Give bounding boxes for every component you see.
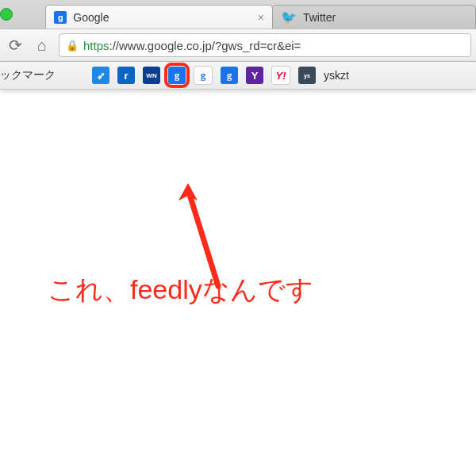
twitter-favicon: 🐦	[281, 10, 297, 25]
tab-strip: g Google × 🐦 Twitter	[0, 0, 476, 29]
tab-twitter[interactable]: 🐦 Twitter	[272, 5, 476, 29]
lock-icon: 🔒	[66, 40, 79, 52]
reload-button[interactable]: ⟳	[5, 35, 25, 55]
address-bar[interactable]: 🔒 https://www.google.co.jp/?gws_rd=cr&ei…	[59, 33, 471, 57]
bookmark-google-2[interactable]: g	[194, 66, 213, 85]
bookmark-text-yskzt[interactable]: yskzt	[324, 69, 349, 82]
bookmark-google-3[interactable]: g	[221, 67, 238, 84]
annotation-text: これ、feedlyなんです	[48, 272, 313, 308]
bookmark-r[interactable]: r	[117, 67, 135, 84]
google-favicon: g	[54, 11, 67, 24]
bookmark-yahoo-jp[interactable]: Y!	[271, 66, 290, 85]
tab-google[interactable]: g Google ×	[45, 5, 273, 29]
toolbar: ⟳ ⌂ 🔒 https://www.google.co.jp/?gws_rd=c…	[0, 29, 476, 62]
page-content: これ、feedlyなんです	[0, 90, 476, 474]
window-controls	[0, 0, 45, 29]
traffic-light-green[interactable]	[0, 8, 13, 21]
bookmarks-bar: ックマーク ➶rWNgggYY!ys yskzt	[0, 62, 476, 90]
close-tab-icon[interactable]: ×	[258, 11, 264, 24]
bookmark-yahoo-purple[interactable]: Y	[246, 67, 263, 84]
tab-title: Twitter	[303, 11, 467, 24]
bookmark-dolphin[interactable]: ➶	[92, 67, 109, 84]
home-button[interactable]: ⌂	[32, 35, 52, 55]
bookmark-wn[interactable]: WN	[143, 67, 160, 84]
bookmark-google-1[interactable]: g	[168, 67, 186, 84]
bookmarks-folder-label[interactable]: ックマーク	[0, 68, 56, 82]
tab-title: Google	[73, 11, 251, 24]
url-text: https://www.google.co.jp/?gws_rd=cr&ei=	[83, 39, 301, 52]
bookmark-yskzt-icon[interactable]: ys	[298, 67, 316, 84]
